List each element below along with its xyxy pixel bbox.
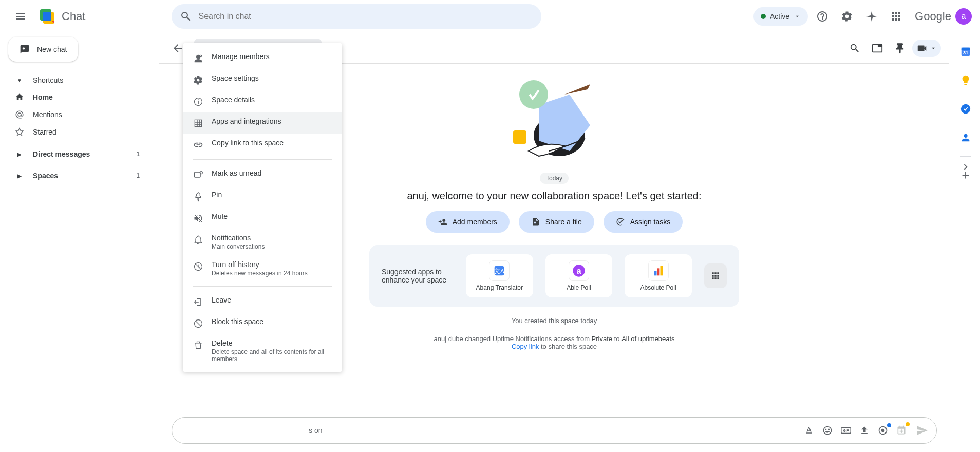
pinned-button[interactable] (890, 38, 910, 59)
compose-input[interactable] (180, 426, 803, 435)
contacts-sidepanel-button[interactable] (955, 127, 976, 148)
dd-turn-off-history[interactable]: Turn off historyDeletes new messages in … (183, 255, 342, 282)
app-icon (648, 260, 669, 281)
new-chat-button[interactable]: New chat (8, 37, 78, 62)
gear-icon (841, 10, 853, 23)
dd-leave[interactable]: Leave (183, 291, 342, 312)
dd-space-settings[interactable]: Space settings (183, 69, 342, 90)
caret-right-icon: ▶ (14, 152, 25, 157)
svg-rect-10 (654, 271, 656, 275)
calendar-add-button[interactable] (895, 424, 908, 437)
file-icon (531, 217, 540, 227)
today-badge: Today (540, 173, 569, 184)
tab-button[interactable] (867, 38, 888, 59)
help-button[interactable] (812, 6, 833, 27)
share-file-button[interactable]: Share a file (519, 211, 594, 233)
sidebar-direct-messages-header[interactable]: ▶ Direct messages 1 (8, 146, 146, 162)
chevron-down-icon (930, 45, 937, 52)
dd-pin[interactable]: Pin (183, 185, 342, 207)
dd-mute[interactable]: Mute (183, 207, 342, 229)
block-icon (193, 318, 203, 329)
keep-sidepanel-button[interactable] (955, 70, 976, 90)
svg-text:31: 31 (963, 50, 968, 55)
assign-tasks-button[interactable]: Assign tasks (604, 211, 683, 233)
format-text-button[interactable] (803, 424, 815, 437)
gif-icon: GIF (840, 425, 852, 436)
svg-rect-5 (513, 130, 526, 144)
welcome-illustration (498, 64, 611, 166)
space-dropdown-menu: Manage members Space settings Space deta… (183, 43, 342, 372)
text-format-icon (804, 425, 814, 436)
sidebar-item-home[interactable]: Home (8, 88, 146, 106)
more-apps-button[interactable] (704, 263, 727, 288)
settings-button[interactable] (837, 6, 857, 27)
copy-link[interactable]: Copy link (512, 343, 539, 350)
svg-rect-11 (657, 268, 659, 275)
svg-point-17 (200, 55, 201, 56)
history-off-icon (193, 261, 203, 272)
app-card[interactable]: Absolute Poll (625, 254, 692, 297)
dd-block[interactable]: Block this space (183, 312, 342, 334)
suggested-text: Suggested apps to enhance your space (382, 268, 454, 284)
dd-notifications[interactable]: NotificationsMain conversations (183, 229, 342, 255)
left-sidebar: New chat ▼ Shortcuts Home Mentions Starr… (0, 33, 154, 188)
send-button[interactable] (916, 424, 928, 437)
search-space-button[interactable] (844, 38, 865, 59)
person-add-icon (438, 217, 447, 227)
status-chip[interactable]: Active (753, 7, 808, 26)
svg-rect-21 (195, 120, 201, 126)
main-menu-button[interactable] (8, 4, 33, 29)
gif-button[interactable]: GIF (840, 424, 852, 437)
sidebar-shortcuts-header[interactable]: ▼ Shortcuts (8, 72, 146, 88)
action-pills: Add members Share a file Assign tasks (426, 211, 683, 233)
avatar[interactable]: a (955, 8, 972, 25)
link-icon (193, 140, 203, 150)
collapse-sidepanel-button[interactable] (955, 157, 976, 177)
apps-button[interactable] (886, 6, 907, 27)
dd-apps-integrations[interactable]: Apps and integrations (183, 112, 342, 134)
search-icon (180, 10, 192, 23)
top-header: Chat Active Google a (0, 0, 980, 33)
calendar-sidepanel-button[interactable]: 31 (955, 41, 976, 62)
video-call-button[interactable] (912, 40, 941, 57)
svg-point-35 (961, 104, 970, 114)
app-icon: a (569, 260, 589, 281)
upload-button[interactable] (858, 424, 871, 437)
divider (193, 159, 332, 160)
video-message-button[interactable] (877, 424, 889, 437)
dd-space-details[interactable]: Space details (183, 90, 342, 112)
status-label: Active (770, 12, 789, 21)
dd-copy-link[interactable]: Copy link to this space (183, 134, 342, 155)
svg-line-31 (196, 321, 201, 326)
svg-text:GIF: GIF (843, 429, 849, 432)
add-members-button[interactable]: Add members (426, 211, 510, 233)
app-card[interactable]: a Able Poll (545, 254, 613, 297)
sidebar-item-mentions[interactable]: Mentions (8, 106, 146, 123)
caret-right-icon: ▶ (14, 173, 25, 179)
main-area: Uptime Notifications Today anuj, welcome… (159, 33, 949, 452)
status-dot-icon (761, 14, 766, 19)
tasks-icon (960, 103, 971, 115)
record-icon (878, 425, 888, 436)
tasks-sidepanel-button[interactable] (955, 99, 976, 119)
help-icon (816, 10, 828, 23)
sidebar-spaces-header[interactable]: ▶ Spaces 1 (8, 167, 146, 184)
dd-mark-unread[interactable]: Mark as unread (183, 164, 342, 185)
task-icon (616, 217, 625, 227)
sidebar-item-starred[interactable]: Starred (8, 123, 146, 141)
search-input[interactable] (198, 12, 533, 21)
upload-icon (859, 425, 870, 436)
app-card[interactable]: 文A Abang Translator (466, 254, 533, 297)
chevron-down-icon (794, 13, 801, 20)
info-icon (193, 97, 203, 107)
dd-delete[interactable]: DeleteDelete space and all of its conten… (183, 334, 342, 368)
at-icon (14, 110, 25, 119)
sparkle-icon (865, 10, 878, 23)
welcome-text: anuj, welcome to your new collaboration … (407, 190, 701, 202)
search-bar[interactable] (172, 4, 541, 29)
dd-manage-members[interactable]: Manage members (183, 47, 342, 69)
svg-rect-12 (660, 266, 663, 276)
gemini-button[interactable] (861, 6, 882, 27)
emoji-button[interactable] (821, 424, 834, 437)
video-icon (916, 43, 928, 54)
